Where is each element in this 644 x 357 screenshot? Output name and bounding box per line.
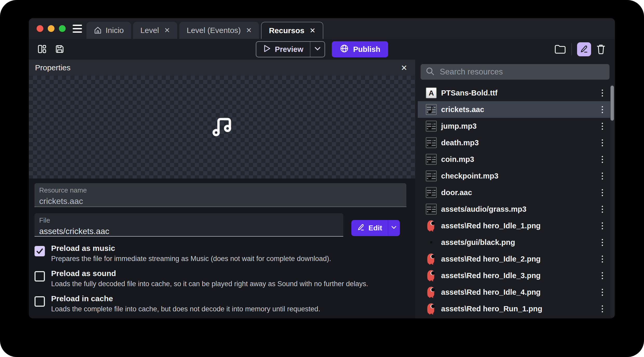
preview-options-button[interactable]	[310, 42, 325, 57]
resource-row[interactable]: A assets\Red hero_Idle_2.png	[418, 251, 612, 267]
resource-name-label: jump.mp3	[441, 122, 477, 131]
resource-name-label: assets\Red hero_Idle_2.png	[441, 255, 541, 263]
resource-list-scrollbar-thumb[interactable]	[611, 86, 614, 121]
file-field[interactable]: File assets/crickets.aac	[35, 213, 343, 237]
toolbar-center-group: Preview Publish	[256, 41, 388, 57]
close-tab-icon[interactable]: ✕	[244, 26, 252, 35]
save-icon	[55, 44, 65, 55]
resource-row[interactable]: A jump.mp3	[418, 118, 612, 134]
audio-file-icon	[426, 170, 437, 181]
resource-context-menu-button[interactable]	[600, 171, 605, 181]
trash-icon	[596, 44, 606, 55]
tab-recursos[interactable]: Recursos ✕	[261, 22, 323, 39]
resource-list: A PTSans-Bold.ttf A crickets.aac A	[415, 85, 615, 317]
resource-preview-area	[29, 76, 415, 178]
resource-row[interactable]: A death.mp3	[418, 134, 612, 151]
svg-text:A: A	[429, 89, 434, 97]
resource-context-menu-button[interactable]	[600, 221, 605, 231]
edit-file-button[interactable]: Edit	[351, 220, 388, 236]
tab-level[interactable]: Level ✕	[133, 22, 177, 39]
tab-label: Level	[140, 26, 159, 35]
resource-context-menu-button[interactable]	[600, 287, 605, 297]
properties-body: Resource name crickets.aac File assets/c…	[29, 178, 415, 318]
resource-row[interactable]: A door.aac	[418, 184, 612, 201]
preload-options-section: Preload as music Prepares the file for i…	[35, 244, 415, 313]
audio-file-icon	[426, 121, 437, 132]
close-tab-icon[interactable]: ✕	[163, 26, 170, 35]
resource-row[interactable]: A assets\Red hero_Idle_3.png	[418, 267, 612, 284]
resource-context-menu-button[interactable]	[600, 154, 605, 164]
resource-name-field[interactable]: Resource name crickets.aac	[35, 183, 406, 207]
tab-label: Inicio	[106, 26, 124, 35]
preload-option-title: Preload as sound	[51, 269, 368, 278]
maximize-window-button[interactable]	[59, 25, 66, 32]
resource-row[interactable]: A assets\Red hero_Idle_1.png	[418, 217, 612, 234]
main-content: Properties ✕ Resource name crickets.aac	[29, 60, 615, 318]
search-box	[421, 64, 609, 80]
titlebar: Inicio Level ✕ Level (Eventos) ✕ Recurso…	[29, 18, 615, 39]
search-resources-input[interactable]	[439, 67, 604, 77]
preload-option: Preload in cache Loads the complete file…	[35, 294, 415, 313]
minimize-window-button[interactable]	[48, 25, 54, 32]
audio-file-icon	[426, 137, 437, 148]
resource-name-label: checkpoint.mp3	[441, 172, 498, 180]
resource-context-menu-button[interactable]	[600, 88, 605, 98]
publish-button[interactable]: Publish	[332, 41, 388, 57]
tab-bar: Inicio Level ✕ Level (Eventos) ✕ Recurso…	[86, 22, 323, 39]
toolbar-left-group	[37, 44, 65, 55]
resource-context-menu-button[interactable]	[600, 254, 605, 264]
resource-context-menu-button[interactable]	[600, 121, 605, 131]
preload-in-cache-checkbox[interactable]	[35, 296, 45, 307]
toolbar: Preview Publish	[29, 39, 615, 60]
resource-context-menu-button[interactable]	[600, 105, 605, 115]
preload-as-music-checkbox[interactable]	[35, 246, 45, 256]
resource-name-label: PTSans-Bold.ttf	[441, 89, 498, 97]
save-project-button[interactable]	[55, 44, 65, 55]
resource-row[interactable]: A crickets.aac	[418, 101, 612, 118]
music-note-icon	[212, 116, 232, 139]
close-properties-button[interactable]: ✕	[399, 63, 409, 73]
resource-row[interactable]: A coin.mp3	[418, 151, 612, 168]
resource-context-menu-button[interactable]	[600, 271, 605, 281]
resource-context-menu-button[interactable]	[600, 138, 605, 148]
close-tab-icon[interactable]: ✕	[308, 26, 316, 35]
properties-header: Properties ✕	[29, 60, 415, 76]
main-menu-button[interactable]	[73, 25, 82, 33]
preview-button[interactable]: Preview	[256, 42, 310, 57]
resource-row[interactable]: A assets/audio/grass.mp3	[418, 201, 612, 217]
resource-context-menu-button[interactable]	[600, 204, 605, 214]
resource-row[interactable]: A assets\Red hero_Idle_4.png	[418, 284, 612, 300]
preload-option-title: Preload as music	[51, 244, 331, 253]
tab-inicio[interactable]: Inicio	[86, 22, 131, 39]
edit-options-button[interactable]	[388, 220, 400, 236]
open-folder-button[interactable]	[554, 44, 566, 55]
file-row: File assets/crickets.aac Edit	[35, 213, 415, 237]
red-hero-sprite-icon	[426, 220, 437, 231]
play-icon	[263, 44, 271, 54]
edit-mode-toggle-button[interactable]	[577, 42, 591, 56]
search-icon	[426, 67, 435, 77]
resource-name-label: door.aac	[441, 188, 472, 197]
resource-context-menu-button[interactable]	[600, 304, 605, 314]
resource-name-label: Resource name	[39, 186, 402, 194]
audio-file-icon	[426, 204, 437, 215]
resource-row[interactable]: A PTSans-Bold.ttf	[418, 85, 612, 101]
preload-as-sound-checkbox[interactable]	[35, 271, 45, 282]
toolbar-right-group	[554, 42, 606, 56]
resource-row[interactable]: A assets/gui/black.png	[418, 234, 612, 251]
tab-level-eventos[interactable]: Level (Eventos) ✕	[179, 22, 259, 39]
close-window-button[interactable]	[37, 25, 43, 32]
resource-context-menu-button[interactable]	[600, 237, 605, 248]
black-image-icon	[426, 237, 437, 248]
file-label: File	[39, 216, 339, 224]
open-panels-button[interactable]	[37, 44, 47, 55]
resource-row[interactable]: A checkpoint.mp3	[418, 168, 612, 184]
resource-context-menu-button[interactable]	[600, 188, 605, 198]
delete-resource-button[interactable]	[596, 44, 606, 55]
resource-name-label: assets/audio/grass.mp3	[441, 205, 526, 214]
resource-row[interactable]: A assets\Red hero_Run_1.png	[418, 300, 612, 317]
preload-option-description: Loads the complete file into cache, but …	[51, 305, 320, 313]
chevron-down-icon	[391, 226, 396, 230]
audio-file-icon	[426, 154, 437, 165]
red-hero-sprite-icon	[426, 303, 437, 314]
